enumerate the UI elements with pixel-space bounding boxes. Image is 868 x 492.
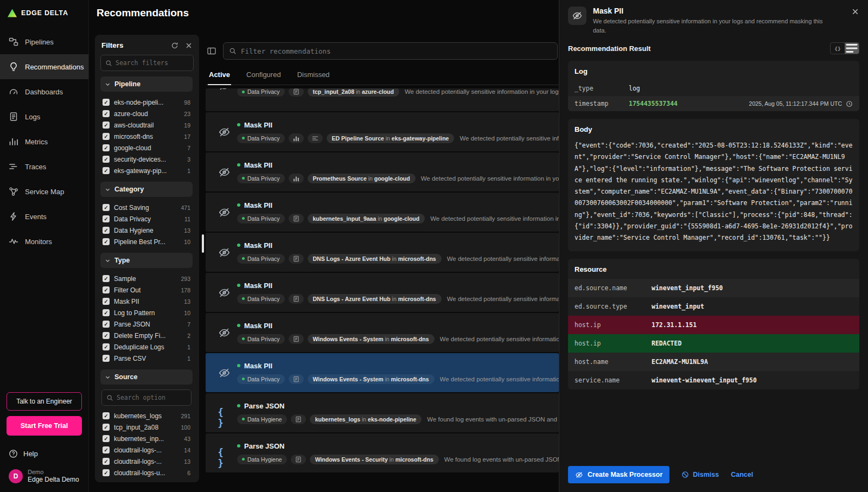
- source-type-chip[interactable]: [289, 174, 304, 183]
- source-type-chip[interactable]: [289, 254, 304, 264]
- checkbox-checked[interactable]: ✓: [103, 144, 110, 151]
- close-panel-icon[interactable]: [851, 8, 859, 16]
- close-filters-icon[interactable]: [185, 42, 193, 49]
- dismiss-button[interactable]: Dismiss: [681, 471, 719, 478]
- source-tag[interactable]: kubernetes_logs in eks-node-pipeline: [310, 414, 422, 424]
- source-tag[interactable]: Prometheus Source in google-cloud: [308, 174, 416, 183]
- checkbox-checked[interactable]: ✓: [103, 122, 110, 129]
- source-tag[interactable]: tcp_input_2a08 in azure-cloud: [308, 88, 399, 97]
- checkbox-checked[interactable]: ✓: [103, 355, 110, 362]
- filter-item-eks-node-pipeli[interactable]: ✓eks-node-pipeli...98: [100, 97, 193, 108]
- filter-item-data-hygiene[interactable]: ✓Data Hygiene13: [100, 225, 193, 236]
- filter-item-cloudtrail-logs-u[interactable]: ✓cloudtrail-logs-u...6: [100, 467, 193, 478]
- recommendations-search[interactable]: [223, 42, 558, 60]
- checkbox-checked[interactable]: ✓: [103, 332, 110, 339]
- tab-configured[interactable]: Configured: [245, 68, 282, 85]
- filter-item-eks-gateway-pip[interactable]: ✓eks-gateway-pip...1: [100, 165, 193, 176]
- checkbox-checked[interactable]: ✓: [103, 238, 110, 245]
- filter-item-deduplicate-logs[interactable]: ✓Deduplicate Logs1: [100, 341, 193, 353]
- checkbox-checked[interactable]: ✓: [103, 446, 110, 453]
- json-view-toggle[interactable]: {}: [831, 43, 845, 54]
- filter-item-kubernetes-inp[interactable]: ✓kubernetes_inp...43: [100, 433, 193, 444]
- start-free-trial-button[interactable]: Start Free Trial: [7, 416, 82, 436]
- source-tag[interactable]: DNS Logs - Azure Event Hub in microsoft-…: [308, 254, 442, 264]
- checkbox-checked[interactable]: ✓: [103, 204, 110, 211]
- create-mask-processor-button[interactable]: Create Mask Processor: [568, 466, 669, 483]
- source-type-chip[interactable]: [289, 334, 304, 344]
- source-tag[interactable]: Windows Events - System in microsoft-dns: [308, 334, 435, 344]
- filter-item-parse-csv[interactable]: ✓Parse CSV1: [100, 353, 193, 364]
- checkbox-checked[interactable]: ✓: [103, 412, 110, 419]
- filter-item-cloudtrail-logs[interactable]: ✓cloudtrail-logs-...14: [100, 444, 193, 456]
- checkbox-checked[interactable]: ✓: [103, 458, 110, 465]
- checkbox-checked[interactable]: ✓: [103, 343, 110, 350]
- source-tag[interactable]: kubernetes_input_9aaa in google-cloud: [308, 214, 425, 223]
- tab-active[interactable]: Active: [208, 68, 231, 85]
- recommendation-row[interactable]: Mask PIIData PrivacyWindows Events - Sys…: [206, 313, 559, 352]
- recommendation-row[interactable]: { }Parse JSONData Hygienekubernetes_logs…: [206, 393, 559, 432]
- list-scrollbar-thumb[interactable]: [202, 234, 204, 253]
- sidebar-item-traces[interactable]: Traces: [0, 154, 88, 179]
- filters-search[interactable]: [100, 55, 194, 71]
- checkbox-checked[interactable]: ✓: [103, 321, 110, 328]
- checkbox-checked[interactable]: ✓: [103, 298, 110, 305]
- checkbox-checked[interactable]: ✓: [103, 469, 110, 476]
- cancel-button[interactable]: Cancel: [731, 471, 753, 478]
- source-type-chip[interactable]: [308, 133, 323, 143]
- source-type-chip[interactable]: [289, 133, 304, 143]
- checkbox-checked[interactable]: ✓: [103, 215, 110, 222]
- filter-section-type[interactable]: Type: [100, 253, 193, 268]
- reset-filters-icon[interactable]: [171, 42, 178, 49]
- checkbox-checked[interactable]: ✓: [103, 309, 110, 316]
- table-view-toggle[interactable]: [845, 43, 859, 54]
- checkbox-checked[interactable]: ✓: [103, 133, 110, 140]
- filter-item-kubernetes-logs[interactable]: ✓kubernetes_logs291: [100, 410, 193, 421]
- user-account[interactable]: D Demo Edge Delta Demo: [7, 464, 82, 488]
- filter-item-filter-out[interactable]: ✓Filter Out178: [100, 284, 193, 296]
- filter-item-security-devices[interactable]: ✓security-devices...3: [100, 154, 193, 165]
- source-search-input[interactable]: [117, 394, 187, 401]
- checkbox-checked[interactable]: ✓: [103, 167, 110, 174]
- checkbox-checked[interactable]: ✓: [103, 156, 110, 163]
- source-tag[interactable]: DNS Logs - Azure Event Hub in microsoft-…: [308, 294, 442, 304]
- filter-item-pipeline-best-pr[interactable]: ✓Pipeline Best Pr...10: [100, 236, 193, 247]
- source-type-chip[interactable]: [291, 414, 306, 424]
- help-link[interactable]: Help: [7, 443, 82, 464]
- filter-item-google-cloud[interactable]: ✓google-cloud7: [100, 142, 193, 154]
- filters-list[interactable]: Pipeline✓eks-node-pipeli...98✓azure-clou…: [100, 74, 194, 479]
- recommendation-row[interactable]: Mask PIIData PrivacyED Pipeline Source i…: [206, 112, 559, 151]
- filter-item-data-privacy[interactable]: ✓Data Privacy11: [100, 213, 193, 225]
- filter-section-category[interactable]: Category: [100, 182, 193, 197]
- recommendation-row[interactable]: Mask PIIData Privacykubernetes_input_9aa…: [206, 193, 559, 232]
- sidebar-item-events[interactable]: Events: [0, 204, 88, 229]
- filters-search-input[interactable]: [116, 59, 189, 67]
- tab-dismissed[interactable]: Dismissed: [296, 68, 331, 85]
- source-type-chip[interactable]: [289, 294, 304, 304]
- recommendation-row[interactable]: Mask PIIData Privacytcp_input_2a08 in az…: [206, 88, 559, 111]
- source-tag[interactable]: ED Pipeline Source in eks-gateway-pipeli…: [327, 133, 455, 143]
- source-type-chip[interactable]: [289, 374, 304, 384]
- checkbox-checked[interactable]: ✓: [103, 275, 110, 282]
- filter-item-aws-cloudtrail[interactable]: ✓aws-cloudtrail19: [100, 119, 193, 131]
- source-search[interactable]: [101, 389, 192, 406]
- checkbox-checked[interactable]: ✓: [103, 286, 110, 293]
- sidebar-item-dashboards[interactable]: Dashboards: [0, 79, 88, 104]
- checkbox-checked[interactable]: ✓: [103, 227, 110, 234]
- recommendation-row[interactable]: Mask PIIData PrivacyPrometheus Source in…: [206, 152, 559, 191]
- checkbox-checked[interactable]: ✓: [103, 110, 110, 117]
- checkbox-checked[interactable]: ✓: [103, 99, 110, 106]
- filter-item-microsoft-dns[interactable]: ✓microsoft-dns17: [100, 131, 193, 142]
- filter-item-mask-pii[interactable]: ✓Mask PII13: [100, 296, 193, 307]
- recommendation-row[interactable]: { }Parse JSONData HygieneWindows Events …: [206, 433, 559, 472]
- filter-item-parse-json[interactable]: ✓Parse JSON7: [100, 318, 193, 330]
- sidebar-item-metrics[interactable]: Metrics: [0, 129, 88, 154]
- filter-item-sample[interactable]: ✓Sample293: [100, 273, 193, 284]
- source-type-chip[interactable]: [289, 214, 304, 223]
- filter-section-source[interactable]: Source: [100, 369, 193, 385]
- source-tag[interactable]: Windows Events - Security in microsoft-d…: [310, 455, 439, 464]
- filter-item-cloudtrail-logs[interactable]: ✓cloudtrail-logs-...13: [100, 456, 193, 467]
- collapse-filters-button[interactable]: [207, 46, 216, 56]
- sidebar-item-recommendations[interactable]: Recommendations: [0, 54, 88, 79]
- recommendation-row[interactable]: Mask PIIData PrivacyDNS Logs - Azure Eve…: [206, 273, 559, 312]
- filter-item-tcp-input-2a08[interactable]: ✓tcp_input_2a08100: [100, 421, 193, 433]
